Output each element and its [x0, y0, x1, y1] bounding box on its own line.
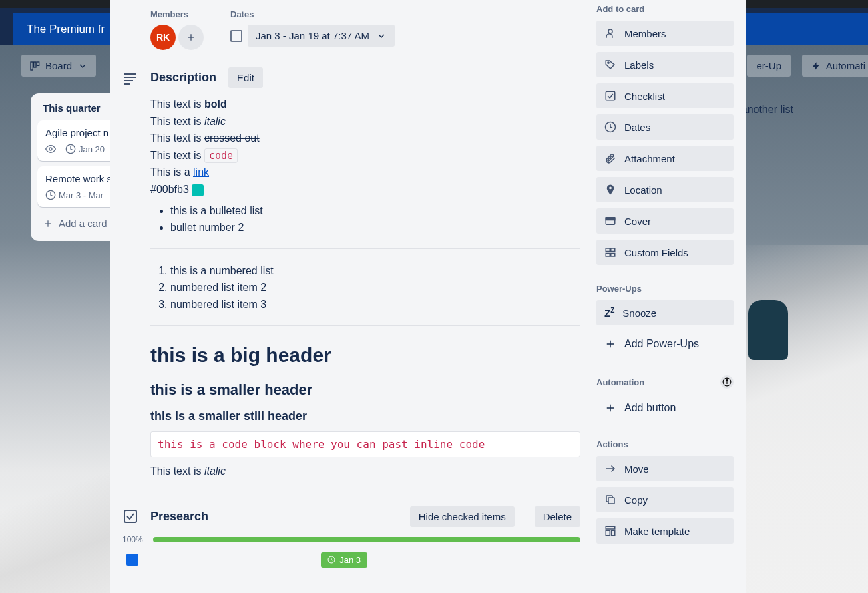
- sidebar-dates[interactable]: Dates: [596, 114, 734, 140]
- check-icon: [604, 90, 616, 102]
- svg-rect-27: [611, 254, 615, 257]
- checklist-item[interactable]: Jan 3: [126, 554, 580, 566]
- sidebar-members[interactable]: Members: [596, 21, 734, 46]
- user-icon: [604, 27, 616, 39]
- edit-description-button[interactable]: Edit: [228, 67, 263, 88]
- copy-icon: [604, 494, 616, 506]
- arrow-right-icon: [604, 463, 616, 475]
- automation-button[interactable]: Automati: [802, 55, 868, 77]
- sidebar-attachment[interactable]: Attachment: [596, 146, 734, 171]
- snooze-icon: ZZ: [604, 307, 614, 319]
- powerups-label: Power-Ups: [596, 284, 734, 294]
- svg-rect-39: [612, 530, 615, 536]
- svg-rect-1: [34, 62, 36, 67]
- description-icon: [122, 70, 138, 86]
- svg-rect-20: [606, 91, 615, 100]
- svg-rect-37: [606, 526, 615, 529]
- clock-icon: [65, 144, 76, 154]
- checklist-progress: 100%: [122, 535, 580, 544]
- plus-icon: [604, 402, 616, 414]
- board-icon: [29, 61, 40, 71]
- add-member-button[interactable]: [178, 25, 204, 50]
- hide-checked-button[interactable]: Hide checked items: [410, 506, 515, 527]
- member-avatar[interactable]: RK: [150, 25, 176, 50]
- actions-label: Actions: [596, 439, 734, 449]
- sidebar-move[interactable]: Move: [596, 456, 734, 481]
- svg-point-19: [608, 62, 609, 63]
- checklist-icon: [122, 508, 138, 524]
- add-powerups-button[interactable]: Add Power-Ups: [596, 331, 734, 357]
- chevron-down-icon: [376, 31, 387, 41]
- info-icon: [722, 377, 732, 387]
- members-field: Members RK: [150, 9, 204, 50]
- svg-rect-24: [606, 248, 610, 252]
- description-content[interactable]: This text is bold This text is italic Th…: [150, 96, 580, 480]
- date-checkbox[interactable]: [230, 30, 242, 42]
- svg-rect-16: [124, 510, 136, 522]
- sidebar-labels[interactable]: Labels: [596, 52, 734, 77]
- dates-field: Dates Jan 3 - Jan 19 at 7:37 AM: [230, 9, 395, 50]
- clock-icon: [604, 121, 616, 133]
- sidebar-copy[interactable]: Copy: [596, 487, 734, 512]
- paperclip-icon: [604, 152, 616, 164]
- sidebar-make-template[interactable]: Make template: [596, 518, 734, 544]
- add-automation-button[interactable]: Add button: [596, 395, 734, 421]
- info-button[interactable]: [720, 375, 734, 389]
- sidebar-checklist[interactable]: Checklist: [596, 83, 734, 108]
- powerup-button[interactable]: er-Up: [747, 55, 791, 77]
- location-icon: [604, 184, 616, 196]
- board-view-button[interactable]: Board: [21, 55, 96, 77]
- checkbox-checked[interactable]: [126, 554, 138, 566]
- checklist-item-date[interactable]: Jan 3: [321, 552, 367, 568]
- svg-rect-38: [606, 530, 610, 536]
- svg-rect-2: [37, 62, 39, 65]
- fields-icon: [604, 246, 616, 258]
- date-chip[interactable]: Jan 3 - Jan 19 at 7:37 AM: [248, 25, 395, 47]
- checklist-title[interactable]: Presearch: [150, 510, 398, 524]
- svg-point-3: [49, 148, 52, 150]
- sidebar-custom-fields[interactable]: Custom Fields: [596, 240, 734, 265]
- svg-rect-25: [611, 248, 615, 252]
- plus-icon: [604, 338, 616, 350]
- svg-rect-23: [606, 218, 615, 220]
- sidebar-location[interactable]: Location: [596, 177, 734, 202]
- chevron-down-icon: [77, 61, 88, 71]
- sidebar-snooze[interactable]: ZZSnooze: [596, 300, 734, 325]
- svg-rect-0: [31, 62, 33, 70]
- delete-checklist-button[interactable]: Delete: [535, 506, 580, 527]
- sidebar-cover[interactable]: Cover: [596, 208, 734, 234]
- clock-icon: [327, 556, 335, 564]
- add-to-card-label: Add to card: [596, 4, 734, 14]
- template-icon: [604, 525, 616, 537]
- cover-icon: [604, 215, 616, 227]
- card-modal: Members RK Dates Jan 3 - Jan 19 at 7:37 …: [110, 0, 746, 593]
- clock-icon: [45, 190, 56, 200]
- tag-icon: [604, 59, 616, 71]
- color-swatch: [192, 184, 204, 196]
- svg-rect-26: [606, 254, 610, 257]
- svg-point-18: [608, 29, 612, 33]
- plus-icon: [186, 32, 196, 43]
- lightning-icon: [811, 61, 821, 71]
- svg-point-32: [726, 380, 727, 381]
- eye-icon: [45, 144, 56, 154]
- description-title: Description: [150, 71, 216, 85]
- automation-label: Automation: [596, 377, 644, 387]
- plus-icon: [43, 218, 53, 229]
- svg-rect-36: [608, 498, 614, 504]
